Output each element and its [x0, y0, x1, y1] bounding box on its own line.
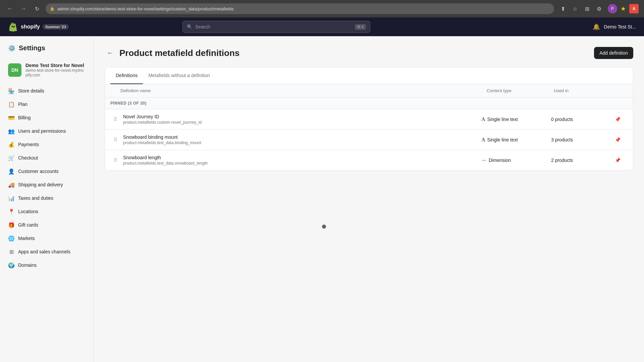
sidebar-item-locations[interactable]: 📍 Locations	[0, 205, 94, 218]
nav-label-13: Domains	[18, 262, 37, 268]
drag-handle-2[interactable]: ⠿	[110, 158, 120, 163]
settings-header: ⚙️ Settings	[0, 44, 94, 59]
sidebar-item-shipping-and-delivery[interactable]: 🚚 Shipping and delivery	[0, 178, 94, 191]
nav-label-11: Markets	[18, 236, 35, 241]
sidebar-item-payments[interactable]: 💰 Payments	[0, 138, 94, 151]
search-placeholder-text: Search	[195, 24, 210, 29]
def-name-1: Snowboard binding mount	[123, 134, 479, 140]
store-url: demo-test-store-for-novel.myshopify.com	[25, 68, 86, 77]
back-nav-button[interactable]: ←	[5, 4, 15, 13]
def-name-2: Snowboard length	[123, 155, 479, 160]
store-details: Demo Test Store for Novel demo-test-stor…	[25, 63, 86, 77]
back-button[interactable]: ←	[105, 48, 115, 58]
nav-label-9: Locations	[18, 209, 38, 214]
sidebar-item-users-and-permissions[interactable]: 👥 Users and permissions	[0, 124, 94, 138]
content-type-label-1: Single line text	[487, 137, 518, 142]
search-icon: 🔍	[187, 24, 193, 29]
nav-icon-8: 📊	[8, 195, 15, 201]
nav-icon-13: 🌍	[8, 262, 15, 268]
nav-icon-5: 🛒	[8, 155, 15, 161]
nav-icon-4: 💰	[8, 141, 15, 148]
nav-label-12: Apps and sales channels	[18, 249, 70, 254]
share-button[interactable]: ⬆	[558, 4, 568, 13]
reload-button[interactable]: ↻	[32, 4, 42, 13]
store-info[interactable]: DN Demo Test Store for Novel demo-test-s…	[0, 59, 94, 81]
nav-items-list: 🏪 Store details 📋 Plan 💳 Billing 👥 Users…	[0, 84, 94, 272]
notification-bell-icon[interactable]: 🔔	[593, 23, 600, 31]
sidebar-item-plan[interactable]: 📋 Plan	[0, 98, 94, 111]
pin-icon-1[interactable]: 📌	[607, 137, 628, 142]
nav-label-3: Users and permissions	[18, 128, 66, 134]
col-content-type: Content type	[487, 88, 554, 93]
gear-icon: ⚙️	[8, 45, 15, 52]
search-shortcut: ⌘ K	[355, 24, 366, 30]
sidebar-item-apps-and-sales-channels[interactable]: ⊞ Apps and sales channels	[0, 245, 94, 258]
add-definition-button[interactable]: Add definition	[594, 47, 633, 59]
pin-icon-2[interactable]: 📌	[607, 158, 628, 163]
tabs-container: DefinitionsMetafields without a definiti…	[105, 67, 633, 84]
summer-badge: Summer '23	[43, 24, 69, 29]
ext-icon-1[interactable]: P	[608, 4, 617, 13]
drag-handle-0[interactable]: ⠿	[110, 117, 120, 122]
pin-icon-0[interactable]: 📌	[607, 117, 628, 122]
sidebar-item-customer-accounts[interactable]: 👤 Customer accounts	[0, 165, 94, 178]
nav-icon-11: 🌐	[8, 235, 15, 242]
nav-icon-0: 🏪	[8, 87, 15, 94]
nav-icon-7: 🚚	[8, 181, 15, 188]
content-type-icon-0: A	[481, 116, 485, 122]
content-type-2: ↔ Dimension	[481, 157, 548, 163]
sidebar-item-store-details[interactable]: 🏪 Store details	[0, 84, 94, 98]
sidebar-item-domains[interactable]: 🌍 Domains	[0, 258, 94, 272]
page-title: Product metafield definitions	[119, 48, 239, 58]
tab-definitions[interactable]: Definitions	[110, 67, 143, 84]
col-def-name: Definition name	[120, 88, 487, 93]
table-header: Definition name Content type Used in	[105, 84, 633, 98]
forward-nav-button[interactable]: →	[19, 4, 28, 13]
table-rows: ⠿ Novel Journey ID product.metafields.cu…	[105, 109, 633, 170]
nav-icon-6: 👤	[8, 168, 15, 175]
def-info-0: Novel Journey ID product.metafields.cust…	[123, 114, 479, 125]
sidebar: ⚙️ Settings DN Demo Test Store for Novel…	[0, 36, 94, 362]
drag-handle-1[interactable]: ⠿	[110, 137, 120, 142]
used-in-0: 0 products	[551, 117, 605, 122]
shopify-logo-text: shopify	[21, 24, 40, 30]
tab-metafields-without-a-definition[interactable]: Metafields without a definition	[143, 67, 215, 84]
nav-label-5: Checkout	[18, 155, 38, 161]
used-in-2: 2 products	[551, 158, 605, 163]
table-row[interactable]: ⠿ Snowboard binding mount product.metafi…	[105, 130, 633, 150]
table-row[interactable]: ⠿ Snowboard length product.metafields.te…	[105, 150, 633, 170]
shopify-logo[interactable]: shopify Summer '23	[8, 22, 69, 32]
nav-label-4: Payments	[18, 142, 39, 147]
sidebar-item-billing[interactable]: 💳 Billing	[0, 111, 94, 124]
content-type-icon-1: A	[481, 137, 485, 143]
sidebar-item-gift-cards[interactable]: 🎁 Gift cards	[0, 218, 94, 232]
main-content: ← Product metafield definitions Add defi…	[94, 36, 644, 362]
ext-icon-3[interactable]: A	[629, 4, 639, 13]
nav-label-7: Shipping and delivery	[18, 182, 63, 187]
nav-right: 🔔 Demo Test St...	[593, 23, 636, 31]
app-body: ⚙️ Settings DN Demo Test Store for Novel…	[0, 36, 644, 362]
def-info-1: Snowboard binding mount product.metafiel…	[123, 134, 479, 145]
sidebar-item-markets[interactable]: 🌐 Markets	[0, 232, 94, 245]
def-key-2: product.metafields.test_data.snowboard_l…	[123, 161, 479, 166]
pinned-label: PINNED (3 OF 20)	[105, 98, 633, 109]
extension-icons: P ★ A	[608, 4, 639, 13]
ext-icon-2[interactable]: ★	[619, 4, 628, 13]
table-row[interactable]: ⠿ Novel Journey ID product.metafields.cu…	[105, 109, 633, 130]
shopify-nav: shopify Summer '23 🔍 Search ⌘ K 🔔 Demo T…	[0, 17, 644, 36]
profile-button[interactable]: ⚙	[594, 4, 604, 13]
extensions-button[interactable]: ⊞	[582, 4, 592, 13]
content-type-label-0: Single line text	[487, 117, 518, 122]
store-name-nav[interactable]: Demo Test St...	[604, 24, 636, 29]
bookmark-button[interactable]: ☆	[570, 4, 580, 13]
lock-icon: 🔒	[50, 6, 55, 11]
browser-chrome: ← → ↻ 🔒 admin.shopify.com/store/demo-tes…	[0, 0, 644, 17]
nav-label-1: Plan	[18, 102, 28, 107]
sidebar-item-checkout[interactable]: 🛒 Checkout	[0, 151, 94, 165]
used-in-1: 3 products	[551, 137, 605, 142]
def-name-0: Novel Journey ID	[123, 114, 479, 119]
address-bar[interactable]: 🔒 admin.shopify.com/store/demo-test-stor…	[46, 3, 554, 14]
nav-label-10: Gift cards	[18, 222, 38, 228]
search-bar[interactable]: 🔍 Search ⌘ K	[182, 21, 370, 33]
sidebar-item-taxes-and-duties[interactable]: 📊 Taxes and duties	[0, 191, 94, 205]
